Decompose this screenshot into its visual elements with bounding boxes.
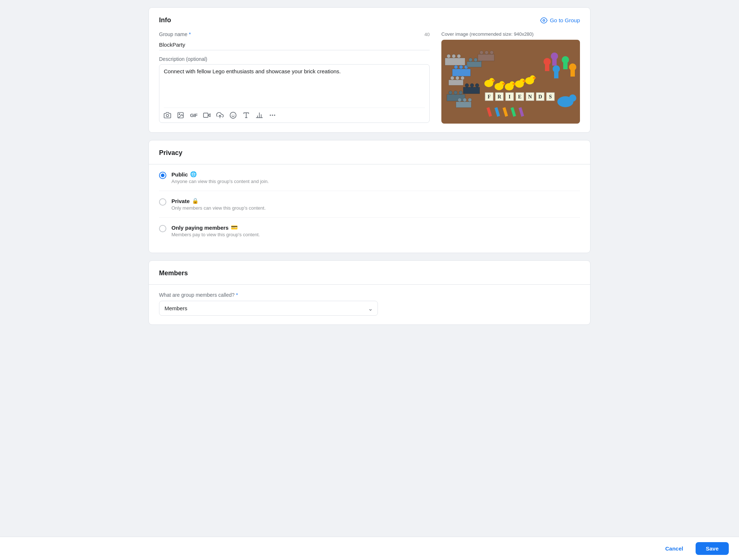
cover-image-label: Cover image (recommended size: 940x280) [441,31,580,37]
info-left: Group name * 40 Description (optional) [159,31,430,124]
save-button[interactable]: Save [696,542,729,555]
svg-point-17 [272,115,273,116]
public-text-group: Public 🌐 Anyone can view this group's co… [171,171,269,184]
chart-icon[interactable] [256,112,263,119]
members-question-label: What are group members called? * [159,292,580,298]
paying-desc: Members pay to view this group's content… [171,232,260,237]
upload-icon[interactable] [216,112,224,119]
description-toolbar: GIF [164,108,425,119]
privacy-card-header: Privacy [159,149,580,157]
paying-icon: 💳 [231,224,238,231]
info-card-header: Info Go to Group [159,16,580,24]
private-text-group: Private 🔒 Only members can view this gro… [171,198,266,211]
members-card-title: Members [159,269,188,277]
privacy-option-public[interactable]: Public 🌐 Anyone can view this group's co… [159,164,580,191]
members-select-wrapper: Members Fans Subscribers Followers ⌄ [159,301,378,316]
album-icon[interactable] [177,112,184,119]
emoji-icon[interactable] [229,112,237,119]
svg-point-7 [230,112,236,118]
public-name: Public 🌐 [171,171,269,178]
char-count: 40 [425,32,430,37]
radio-private[interactable] [159,198,166,206]
camera-icon[interactable] [164,112,171,119]
group-name-header: Group name * 40 [159,31,430,39]
privacy-option-paying[interactable]: Only paying members 💳 Members pay to vie… [159,218,580,244]
svg-rect-5 [204,113,208,117]
members-card: Members What are group members called? *… [148,260,591,325]
info-card-title: Info [159,16,171,24]
group-name-label: Group name * [159,31,191,37]
eye-icon [540,17,548,24]
paying-name: Only paying members 💳 [171,224,260,231]
privacy-card-title: Privacy [159,149,182,157]
gif-icon[interactable]: GIF [190,113,197,118]
svg-marker-4 [208,114,210,117]
members-required-star: * [236,292,238,298]
radio-public[interactable] [159,172,166,179]
info-layout: Group name * 40 Description (optional) [159,31,580,124]
cover-image-box[interactable] [441,40,580,124]
description-wrapper: GIF [159,64,430,123]
privacy-card: Privacy Public 🌐 Anyone can view this gr… [148,140,591,253]
text-format-icon[interactable] [243,112,250,119]
group-name-field: Group name * 40 [159,31,430,50]
video-icon[interactable] [203,112,210,119]
public-desc: Anyone can view this group's content and… [171,179,269,184]
paying-text-group: Only paying members 💳 Members pay to vie… [171,224,260,237]
svg-point-1 [166,114,169,117]
go-to-group-link[interactable]: Go to Group [540,17,580,24]
members-divider [149,284,590,285]
go-to-group-label: Go to Group [550,17,580,23]
description-field: Description (optional) GIF [159,56,430,123]
group-name-input[interactable] [159,39,430,50]
bottom-bar: Cancel Save [0,537,739,560]
svg-point-16 [270,115,271,116]
lock-icon: 🔒 [192,198,199,204]
svg-point-0 [543,19,545,21]
public-icon: 🌐 [190,171,197,178]
members-header: Members [159,269,580,277]
description-label: Description (optional) [159,56,430,62]
svg-point-18 [274,115,275,116]
cover-image-section: Cover image (recommended size: 940x280) [441,31,580,124]
radio-paying[interactable] [159,225,166,232]
cover-image-canvas [441,40,580,124]
privacy-options: Public 🌐 Anyone can view this group's co… [159,164,580,244]
svg-point-3 [179,114,180,115]
more-icon[interactable] [269,112,276,119]
required-star: * [189,31,191,37]
info-card: Info Go to Group Group name * [148,7,591,133]
private-desc: Only members can view this group's conte… [171,205,266,211]
cancel-button[interactable]: Cancel [657,542,691,555]
private-name: Private 🔒 [171,198,266,204]
description-textarea[interactable] [164,68,425,105]
members-select[interactable]: Members Fans Subscribers Followers [159,301,378,316]
privacy-option-private[interactable]: Private 🔒 Only members can view this gro… [159,191,580,218]
